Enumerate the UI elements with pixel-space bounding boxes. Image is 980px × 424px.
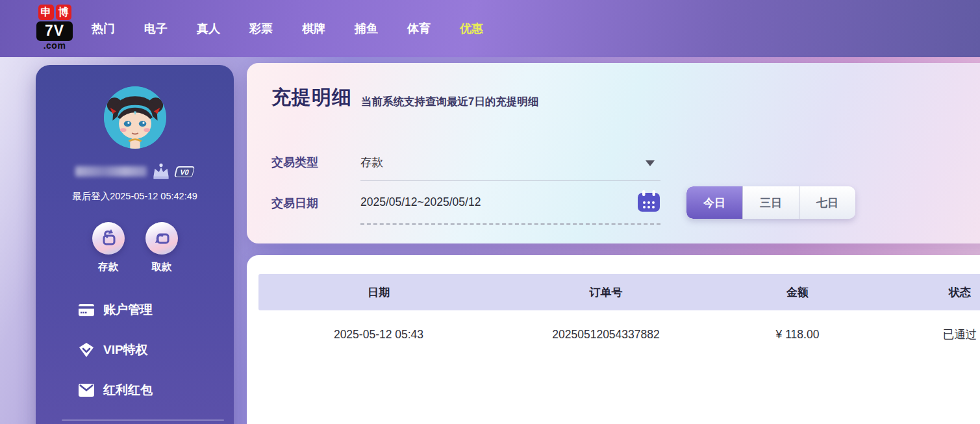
title-row: 充提明细 当前系统支持查询最近7日的充提明细 xyxy=(271,84,538,111)
sidebar-divider xyxy=(62,419,224,421)
chevron-down-icon[interactable] xyxy=(646,160,655,166)
nav-item-sports[interactable]: 体育 xyxy=(407,21,431,36)
avatar-girl-illustration xyxy=(104,86,166,149)
logo-badges: 申 博 xyxy=(36,5,73,20)
table-row: 2025-05-12 05:43 20250512054337882 ¥ 118… xyxy=(258,310,980,358)
period-7day-button[interactable]: 七日 xyxy=(799,186,855,219)
nav-item-fishing[interactable]: 捕鱼 xyxy=(355,21,378,36)
row-amount: ¥ 118.00 xyxy=(713,328,882,342)
deposit-wallet-icon xyxy=(92,222,125,255)
period-button-group: 今日 三日 七日 xyxy=(686,186,855,219)
top-navbar: 申 博 7V .com 热门 电子 真人 彩票 棋牌 捕鱼 体育 优惠 xyxy=(0,0,980,57)
row-date: 2025-05-12 05:43 xyxy=(258,328,499,342)
records-panel: 日期 订单号 金额 状态 2025-05-12 05:43 2025051205… xyxy=(247,255,980,424)
records-table: 日期 订单号 金额 状态 2025-05-12 05:43 2025051205… xyxy=(258,274,980,358)
table-header: 日期 订单号 金额 状态 xyxy=(258,274,980,310)
logo-7v: 7V xyxy=(36,21,73,41)
sidebar-item-vip[interactable]: VIP特权 xyxy=(79,342,234,358)
sidebar-avatar[interactable] xyxy=(104,86,166,149)
deposit-button[interactable]: 存款 xyxy=(92,222,125,274)
page-title: 充提明细 xyxy=(271,84,352,111)
type-field-underline xyxy=(360,181,660,181)
quick-actions: 存款 取款 xyxy=(36,222,234,274)
logo-badge-1: 申 xyxy=(38,5,54,20)
date-field-underline xyxy=(360,223,660,225)
nav-item-slots[interactable]: 电子 xyxy=(144,21,168,36)
transaction-date-value[interactable]: 2025/05/12~2025/05/12 xyxy=(360,195,481,209)
calendar-icon[interactable] xyxy=(638,190,660,212)
transaction-date-label: 交易日期 xyxy=(271,195,318,211)
logo-badge-2: 博 xyxy=(56,5,71,20)
filter-panel: 充提明细 当前系统支持查询最近7日的充提明细 交易类型 存款 交易日期 2025… xyxy=(247,63,980,243)
user-sidebar: V0 最后登入2025-05-12 05:42:49 存款 xyxy=(36,65,234,424)
withdraw-wallet-icon xyxy=(145,222,178,255)
nav-item-lottery[interactable]: 彩票 xyxy=(249,21,273,36)
main-nav: 热门 电子 真人 彩票 棋牌 捕鱼 体育 优惠 xyxy=(92,0,483,57)
sidebar-item-label: 账户管理 xyxy=(103,301,153,318)
sidebar-item-label: 红利红包 xyxy=(103,382,153,399)
nav-item-hot[interactable]: 热门 xyxy=(92,21,115,36)
envelope-icon xyxy=(79,384,94,397)
crown-icon xyxy=(151,163,171,180)
deposit-label: 存款 xyxy=(92,260,125,274)
sidebar-item-account[interactable]: 账户管理 xyxy=(79,301,234,318)
nav-item-chess[interactable]: 棋牌 xyxy=(302,21,325,36)
transaction-type-label: 交易类型 xyxy=(271,155,318,170)
nav-item-promo[interactable]: 优惠 xyxy=(460,21,483,36)
withdraw-button[interactable]: 取款 xyxy=(145,222,178,274)
username-blurred xyxy=(75,166,147,177)
sidebar-item-bonus[interactable]: 红利红包 xyxy=(79,382,234,399)
nav-item-live[interactable]: 真人 xyxy=(197,21,220,36)
diamond-icon xyxy=(79,343,94,357)
sidebar-item-label: VIP特权 xyxy=(103,342,148,358)
row-status-badge: 已通过 xyxy=(882,327,980,342)
page: 申 博 7V .com 热门 电子 真人 彩票 棋牌 捕鱼 体育 优惠 xyxy=(0,0,980,424)
col-header-status: 状态 xyxy=(882,285,980,300)
row-order-number: 20250512054337882 xyxy=(499,328,713,342)
withdraw-label: 取款 xyxy=(145,260,178,274)
card-icon xyxy=(79,304,94,316)
vip-level-label: V0 xyxy=(175,167,194,176)
sidebar-username-row: V0 xyxy=(36,163,234,180)
page-subtitle: 当前系统支持查询最近7日的充提明细 xyxy=(361,95,538,111)
sidebar-menu: 账户管理 VIP特权 红利红包 xyxy=(79,301,234,399)
last-login-text: 最后登入2025-05-12 05:42:49 xyxy=(36,190,234,203)
col-header-date: 日期 xyxy=(258,285,499,300)
period-today-button[interactable]: 今日 xyxy=(686,186,743,219)
logo-com: .com xyxy=(36,41,73,51)
col-header-amount: 金额 xyxy=(713,285,882,300)
col-header-order: 订单号 xyxy=(499,285,713,300)
transaction-type-value[interactable]: 存款 xyxy=(360,155,383,170)
period-3day-button[interactable]: 三日 xyxy=(743,186,799,219)
vip-badge: V0 xyxy=(175,166,194,177)
site-logo[interactable]: 申 博 7V .com xyxy=(36,5,73,51)
